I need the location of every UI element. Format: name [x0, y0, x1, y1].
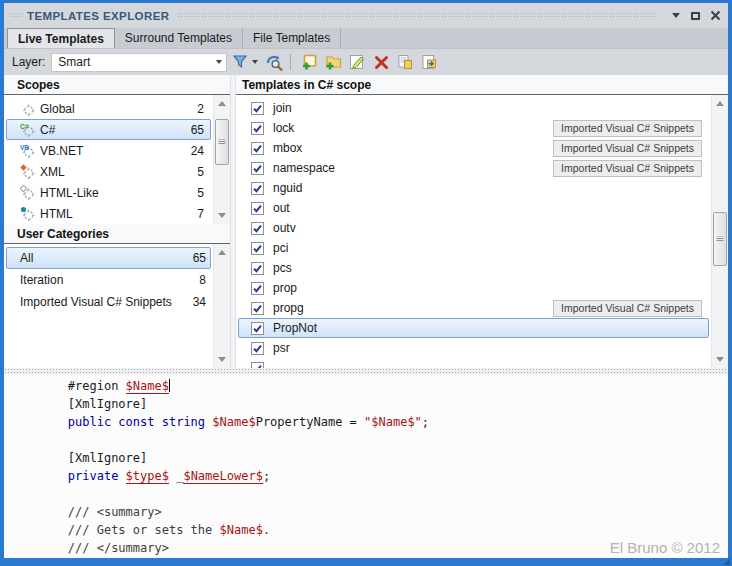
- template-checkbox[interactable]: [251, 282, 264, 295]
- title-bar[interactable]: TEMPLATES EXPLORER: [4, 3, 728, 28]
- template-item-pcs[interactable]: pcs: [238, 258, 709, 278]
- template-item-namespace[interactable]: namespaceImported Visual C# Snippets: [238, 158, 709, 178]
- scope-item-vb-net[interactable]: VBVB.NET24: [6, 140, 211, 161]
- template-checkbox[interactable]: [251, 262, 264, 275]
- template-preview-editor[interactable]: #region $Name$ [XmlIgnore] public const …: [4, 374, 728, 558]
- scope-item-global[interactable]: Global2: [6, 98, 211, 119]
- filter-button[interactable]: [229, 51, 251, 73]
- template-item-prop[interactable]: prop: [238, 278, 709, 298]
- svg-text:VB: VB: [20, 143, 29, 150]
- template-item-nguid[interactable]: nguid: [238, 178, 709, 198]
- template-checkbox[interactable]: [251, 322, 264, 335]
- scope-item-html[interactable]: HTML7: [6, 203, 211, 224]
- template-item-lock[interactable]: lockImported Visual C# Snippets: [238, 118, 709, 138]
- template-checkbox[interactable]: [251, 222, 264, 235]
- template-checkbox[interactable]: [251, 122, 264, 135]
- code-line: [XmlIgnore]: [10, 395, 728, 413]
- copy-icon: [396, 53, 414, 71]
- scrollbar-track[interactable]: [214, 112, 230, 207]
- template-name: propg: [273, 301, 553, 315]
- tab-file-templates[interactable]: File Templates: [243, 28, 341, 48]
- scroll-up-button[interactable]: [214, 95, 230, 112]
- scope-item-c-[interactable]: C#C#65: [6, 119, 211, 140]
- category-item-iteration[interactable]: Iteration8: [6, 269, 211, 291]
- drag-grip: [10, 12, 21, 19]
- template-item-propg[interactable]: propgImported Visual C# Snippets: [238, 298, 709, 318]
- code-line: public const string $Name$PropertyName =…: [10, 413, 728, 431]
- scrollbar-thumb[interactable]: [713, 212, 727, 266]
- imported-snippets-badge: Imported Visual C# Snippets: [553, 120, 702, 137]
- templates-scrollbar[interactable]: [711, 95, 728, 368]
- template-checkbox[interactable]: [251, 182, 264, 195]
- scope-xml-icon: [20, 164, 36, 180]
- scope-count: 5: [197, 186, 206, 200]
- template-item-propnot[interactable]: PropNot: [238, 318, 709, 338]
- arrow-up-icon: [716, 101, 724, 106]
- scope-global-icon: [20, 101, 36, 117]
- tab-live-templates[interactable]: Live Templates: [7, 28, 115, 48]
- close-button[interactable]: [707, 7, 724, 24]
- template-settings-button[interactable]: [263, 51, 285, 73]
- scroll-up-button[interactable]: [214, 244, 230, 261]
- arrow-up-icon: [218, 101, 226, 106]
- template-checkbox[interactable]: [251, 302, 264, 315]
- chevron-down-icon: [216, 60, 222, 64]
- scroll-down-button[interactable]: [712, 351, 728, 368]
- template-checkbox[interactable]: [251, 202, 264, 215]
- scope-label: HTML: [40, 207, 197, 221]
- user-categories-list: All65Iteration8Imported Visual C# Snippe…: [4, 244, 230, 368]
- filter-dropdown-caret[interactable]: [252, 60, 258, 64]
- layer-combobox[interactable]: Smart: [51, 53, 227, 72]
- template-item-pci[interactable]: pci: [238, 238, 709, 258]
- scope-item-xml[interactable]: XML5: [6, 161, 211, 182]
- tab-surround-templates[interactable]: Surround Templates: [115, 28, 243, 48]
- scope-label: XML: [40, 165, 197, 179]
- template-code[interactable]: #region $Name$ [XmlIgnore] public const …: [4, 374, 728, 557]
- category-label: All: [20, 251, 193, 265]
- template-item-join[interactable]: join: [238, 98, 709, 118]
- drag-grip-fill: [177, 12, 656, 19]
- new-category-icon: [324, 53, 342, 71]
- edit-template-button[interactable]: [346, 51, 368, 73]
- scopes-scrollbar[interactable]: [213, 95, 230, 224]
- maximize-button[interactable]: [687, 7, 704, 24]
- checkmark-icon: [252, 183, 263, 194]
- copy-template-button[interactable]: [394, 51, 416, 73]
- scope-label: HTML-Like: [40, 186, 197, 200]
- template-item-partial[interactable]: [238, 358, 709, 368]
- watermark-text: El Bruno © 2012: [610, 539, 720, 556]
- scrollbar-track[interactable]: [712, 112, 728, 351]
- scroll-down-button[interactable]: [214, 351, 230, 368]
- new-category-button[interactable]: [322, 51, 344, 73]
- checkmark-icon: [252, 203, 263, 214]
- category-label: Iteration: [20, 273, 199, 287]
- arrow-down-icon: [716, 357, 724, 362]
- template-checkbox[interactable]: [251, 242, 264, 255]
- resize-grip[interactable]: [723, 558, 730, 565]
- edit-icon: [348, 53, 366, 71]
- export-icon: [420, 53, 438, 71]
- template-item-out[interactable]: out: [238, 198, 709, 218]
- template-name: out: [273, 201, 704, 215]
- category-item-all[interactable]: All65: [6, 247, 211, 269]
- categories-scrollbar[interactable]: [213, 244, 230, 368]
- template-item-mbox[interactable]: mboxImported Visual C# Snippets: [238, 138, 709, 158]
- template-checkbox[interactable]: [251, 362, 264, 369]
- new-template-button[interactable]: [298, 51, 320, 73]
- export-templates-button[interactable]: [418, 51, 440, 73]
- scope-count: 2: [197, 102, 206, 116]
- template-checkbox[interactable]: [251, 342, 264, 355]
- template-item-outv[interactable]: outv: [238, 218, 709, 238]
- scrollbar-thumb[interactable]: [215, 119, 229, 165]
- scope-item-html-like[interactable]: HTML-Like5: [6, 182, 211, 203]
- scroll-up-button[interactable]: [712, 95, 728, 112]
- delete-template-button[interactable]: [370, 51, 392, 73]
- scroll-down-button[interactable]: [214, 207, 230, 224]
- template-item-psr[interactable]: psr: [238, 338, 709, 358]
- window-position-button[interactable]: [667, 7, 684, 24]
- new-template-icon: [300, 53, 318, 71]
- template-checkbox[interactable]: [251, 142, 264, 155]
- template-checkbox[interactable]: [251, 102, 264, 115]
- template-checkbox[interactable]: [251, 162, 264, 175]
- category-item-imported-visual-c-snippets[interactable]: Imported Visual C# Snippets34: [6, 291, 211, 313]
